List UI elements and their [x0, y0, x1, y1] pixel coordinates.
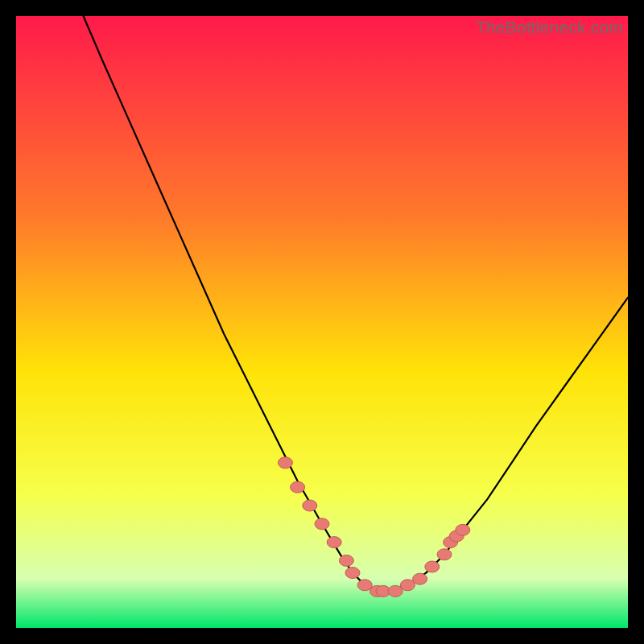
gradient-background — [16, 16, 628, 628]
highlight-dot — [327, 537, 341, 548]
highlight-dot — [345, 568, 360, 579]
highlight-dot — [303, 500, 317, 511]
highlight-dot — [388, 585, 402, 597]
highlight-dot — [425, 561, 440, 572]
watermark-label: TheBottleneck.com — [476, 18, 623, 37]
highlight-dot — [357, 580, 372, 591]
highlight-dot — [339, 555, 353, 566]
highlight-dot — [278, 457, 292, 469]
plot-svg — [16, 16, 628, 628]
chart-frame: TheBottleneck.com — [16, 16, 628, 628]
highlight-dot — [400, 580, 415, 591]
highlight-dot — [291, 481, 305, 493]
highlight-dot — [413, 573, 427, 584]
highlight-dot — [437, 549, 452, 560]
highlight-dot — [456, 524, 470, 535]
highlight-dot — [315, 518, 329, 530]
